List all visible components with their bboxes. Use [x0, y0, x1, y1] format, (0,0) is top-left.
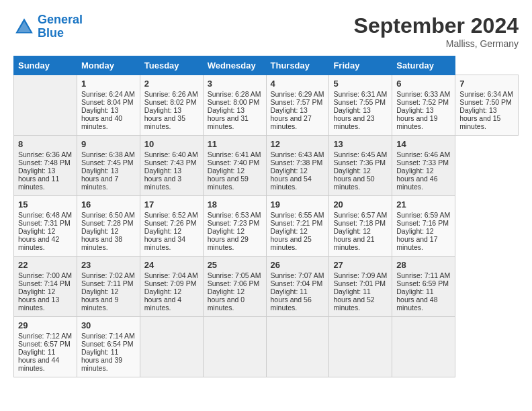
daylight-text: Daylight: 12 hours and 29 minutes. — [208, 227, 262, 251]
calendar-cell: 4Sunrise: 6:29 AMSunset: 7:57 PMDaylight… — [266, 75, 329, 136]
calendar-cell: 30Sunrise: 7:14 AMSunset: 6:54 PMDayligh… — [77, 317, 140, 377]
calendar-cell: 12Sunrise: 6:43 AMSunset: 7:38 PMDayligh… — [266, 136, 329, 196]
calendar-cell: 14Sunrise: 6:46 AMSunset: 7:33 PMDayligh… — [392, 136, 455, 196]
calendar-cell: 20Sunrise: 6:57 AMSunset: 7:18 PMDayligh… — [329, 196, 392, 257]
sunset-text: Sunset: 7:23 PM — [208, 219, 262, 227]
calendar-cell: 18Sunrise: 6:53 AMSunset: 7:23 PMDayligh… — [203, 196, 266, 257]
daylight-text: Daylight: 12 hours and 25 minutes. — [271, 227, 325, 251]
day-number: 21 — [396, 199, 451, 210]
calendar-cell: 24Sunrise: 7:04 AMSunset: 7:09 PMDayligh… — [140, 257, 203, 317]
sunrise-text: Sunrise: 6:41 AM — [208, 150, 262, 158]
day-number: 8 — [18, 139, 73, 149]
day-number: 13 — [333, 139, 388, 149]
sunset-text: Sunset: 8:00 PM — [208, 98, 262, 106]
sunset-text: Sunset: 7:16 PM — [396, 219, 451, 227]
calendar-cell: 28Sunrise: 7:11 AMSunset: 6:59 PMDayligh… — [392, 257, 455, 317]
day-header: Saturday — [392, 56, 455, 75]
day-number: 3 — [208, 79, 262, 89]
sunset-text: Sunset: 7:09 PM — [144, 279, 199, 287]
day-number: 25 — [208, 260, 262, 270]
calendar-cell: 9Sunrise: 6:38 AMSunset: 7:45 PMDaylight… — [77, 136, 140, 196]
sunrise-text: Sunrise: 6:26 AM — [144, 90, 199, 98]
day-number: 29 — [18, 320, 73, 330]
day-number: 20 — [333, 199, 388, 210]
sunrise-text: Sunrise: 7:11 AM — [396, 271, 451, 279]
calendar-cell — [266, 317, 329, 377]
sunrise-text: Sunrise: 7:05 AM — [208, 271, 262, 279]
sunset-text: Sunset: 6:54 PM — [81, 340, 136, 348]
calendar-cell: 8Sunrise: 6:36 AMSunset: 7:48 PMDaylight… — [14, 136, 77, 196]
logo-general: General — [38, 13, 83, 26]
location: Malliss, Germany — [354, 38, 519, 49]
daylight-text: Daylight: 13 hours and 19 minutes. — [396, 106, 451, 130]
sunset-text: Sunset: 7:11 PM — [81, 279, 136, 287]
day-header: Wednesday — [203, 56, 266, 75]
sunset-text: Sunset: 7:40 PM — [208, 158, 262, 167]
sunrise-text: Sunrise: 6:31 AM — [333, 90, 388, 98]
calendar-cell: 15Sunrise: 6:48 AMSunset: 7:31 PMDayligh… — [14, 196, 77, 257]
day-number: 17 — [144, 199, 199, 210]
calendar-week-row: 22Sunrise: 7:00 AMSunset: 7:14 PMDayligh… — [14, 257, 519, 317]
daylight-text: Daylight: 12 hours and 38 minutes. — [81, 227, 136, 251]
calendar-cell: 21Sunrise: 6:59 AMSunset: 7:16 PMDayligh… — [392, 196, 455, 257]
day-header: Tuesday — [140, 56, 203, 75]
logo: General Blue — [13, 13, 83, 40]
sunrise-text: Sunrise: 6:40 AM — [144, 150, 199, 158]
sunset-text: Sunset: 7:31 PM — [18, 219, 73, 227]
sunset-text: Sunset: 7:57 PM — [271, 98, 325, 106]
daylight-text: Daylight: 12 hours and 42 minutes. — [18, 227, 73, 251]
calendar-cell: 29Sunrise: 7:12 AMSunset: 6:57 PMDayligh… — [14, 317, 77, 377]
calendar-cell — [203, 317, 266, 377]
calendar-cell — [392, 317, 455, 377]
daylight-text: Daylight: 12 hours and 21 minutes. — [333, 227, 388, 251]
calendar-cell: 13Sunrise: 6:45 AMSunset: 7:36 PMDayligh… — [329, 136, 392, 196]
calendar-week-row: 1Sunrise: 6:24 AMSunset: 8:04 PMDaylight… — [14, 75, 519, 136]
daylight-text: Daylight: 12 hours and 4 minutes. — [144, 287, 199, 312]
month-title: September 2024 — [354, 13, 519, 38]
logo-blue: Blue — [38, 26, 64, 40]
day-number: 10 — [144, 139, 199, 149]
sunrise-text: Sunrise: 6:45 AM — [333, 150, 388, 158]
day-number: 4 — [271, 79, 325, 89]
calendar-cell — [140, 317, 203, 377]
calendar-cell: 25Sunrise: 7:05 AMSunset: 7:06 PMDayligh… — [203, 257, 266, 317]
day-number: 27 — [333, 260, 388, 270]
daylight-text: Daylight: 12 hours and 0 minutes. — [208, 287, 262, 312]
sunrise-text: Sunrise: 6:53 AM — [208, 211, 262, 219]
sunset-text: Sunset: 7:04 PM — [271, 279, 325, 287]
calendar-cell: 22Sunrise: 7:00 AMSunset: 7:14 PMDayligh… — [14, 257, 77, 317]
calendar-week-row: 29Sunrise: 7:12 AMSunset: 6:57 PMDayligh… — [14, 317, 519, 377]
daylight-text: Daylight: 12 hours and 13 minutes. — [18, 287, 73, 312]
page-header: General Blue September 2024 Malliss, Ger… — [13, 13, 519, 49]
day-number: 15 — [18, 199, 73, 210]
calendar-cell — [329, 317, 392, 377]
daylight-text: Daylight: 13 hours and 31 minutes. — [208, 106, 262, 130]
calendar-week-row: 8Sunrise: 6:36 AMSunset: 7:48 PMDaylight… — [14, 136, 519, 196]
calendar-cell: 26Sunrise: 7:07 AMSunset: 7:04 PMDayligh… — [266, 257, 329, 317]
day-number: 16 — [81, 199, 136, 210]
daylight-text: Daylight: 12 hours and 54 minutes. — [271, 167, 325, 191]
calendar-table: SundayMondayTuesdayWednesdayThursdayFrid… — [13, 56, 519, 377]
sunrise-text: Sunrise: 7:02 AM — [81, 271, 136, 279]
sunset-text: Sunset: 7:33 PM — [396, 158, 451, 167]
daylight-text: Daylight: 13 hours and 11 minutes. — [18, 167, 73, 191]
calendar-cell: 27Sunrise: 7:09 AMSunset: 7:01 PMDayligh… — [329, 257, 392, 317]
sunrise-text: Sunrise: 6:28 AM — [208, 90, 262, 98]
title-block: September 2024 Malliss, Germany — [354, 13, 519, 49]
sunrise-text: Sunrise: 7:07 AM — [271, 271, 325, 279]
calendar-cell: 3Sunrise: 6:28 AMSunset: 8:00 PMDaylight… — [203, 75, 266, 136]
sunset-text: Sunset: 7:48 PM — [18, 158, 73, 167]
day-header: Sunday — [14, 56, 77, 75]
sunrise-text: Sunrise: 7:04 AM — [144, 271, 199, 279]
sunrise-text: Sunrise: 6:24 AM — [81, 90, 136, 98]
sunrise-text: Sunrise: 7:09 AM — [333, 271, 388, 279]
sunrise-text: Sunrise: 7:14 AM — [81, 332, 136, 340]
day-number: 19 — [271, 199, 325, 210]
calendar-cell: 19Sunrise: 6:55 AMSunset: 7:21 PMDayligh… — [266, 196, 329, 257]
day-number: 6 — [396, 79, 451, 89]
sunset-text: Sunset: 8:02 PM — [144, 98, 199, 106]
daylight-text: Daylight: 13 hours and 27 minutes. — [271, 106, 325, 130]
sunset-text: Sunset: 7:50 PM — [459, 98, 514, 106]
sunset-text: Sunset: 7:55 PM — [333, 98, 388, 106]
daylight-text: Daylight: 13 hours and 15 minutes. — [459, 106, 514, 130]
